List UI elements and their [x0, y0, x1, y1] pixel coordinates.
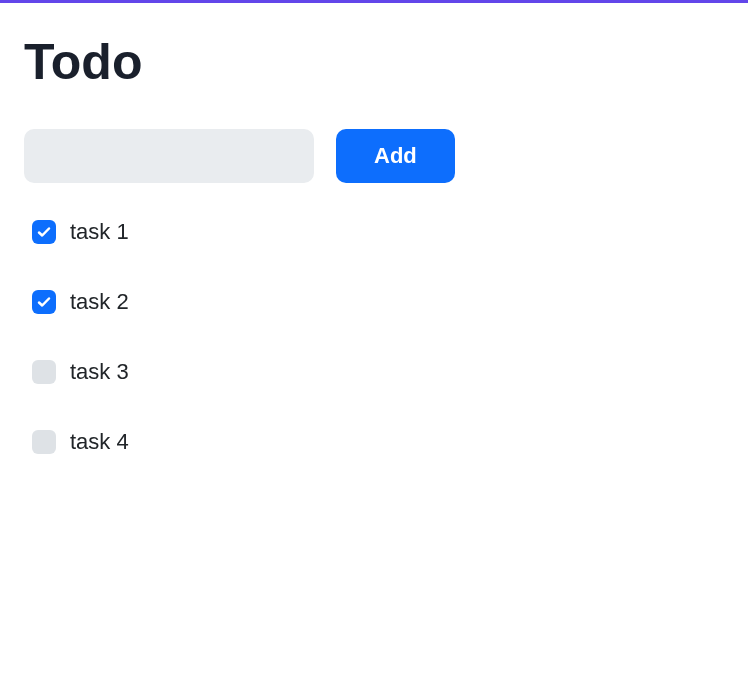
check-icon: [36, 224, 52, 240]
check-icon: [36, 294, 52, 310]
page-title: Todo: [24, 33, 724, 91]
task-item: task 2: [24, 289, 724, 315]
task-list: task 1 task 2 task 3 task 4: [24, 219, 724, 455]
task-checkbox[interactable]: [32, 360, 56, 384]
task-label: task 1: [70, 219, 129, 245]
task-item: task 1: [24, 219, 724, 245]
task-item: task 3: [24, 359, 724, 385]
task-checkbox[interactable]: [32, 430, 56, 454]
task-item: task 4: [24, 429, 724, 455]
add-button[interactable]: Add: [336, 129, 455, 183]
task-checkbox[interactable]: [32, 220, 56, 244]
new-task-row: Add: [24, 129, 724, 183]
task-label: task 4: [70, 429, 129, 455]
task-label: task 3: [70, 359, 129, 385]
task-checkbox[interactable]: [32, 290, 56, 314]
task-label: task 2: [70, 289, 129, 315]
new-task-input[interactable]: [24, 129, 314, 183]
